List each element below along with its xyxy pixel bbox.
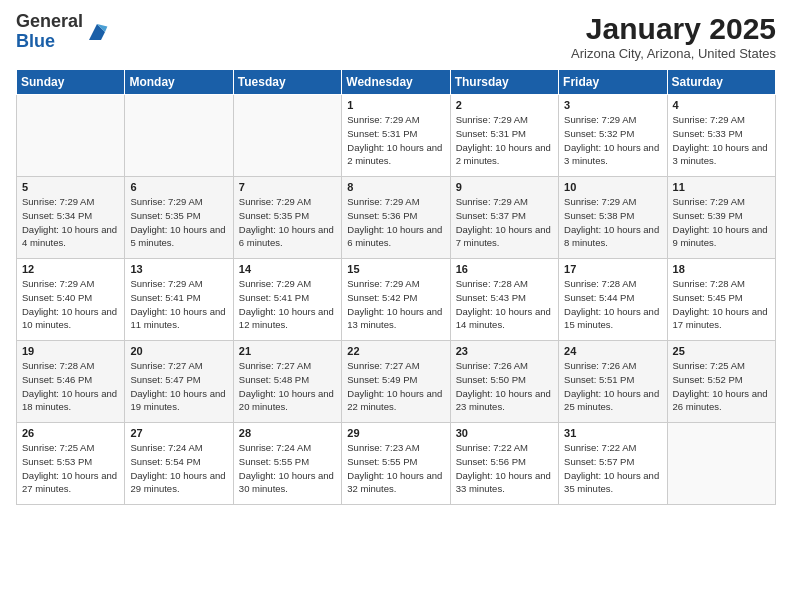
daylight-text: Daylight: 10 hours and 35 minutes.	[564, 470, 659, 495]
daylight-text: Daylight: 10 hours and 11 minutes.	[130, 306, 225, 331]
header-wednesday: Wednesday	[342, 70, 450, 95]
cell-week3-day6: 18 Sunrise: 7:28 AM Sunset: 5:45 PM Dayl…	[667, 259, 775, 341]
header-saturday: Saturday	[667, 70, 775, 95]
day-number: 27	[130, 427, 227, 439]
sunset-text: Sunset: 5:46 PM	[22, 374, 92, 385]
sunrise-text: Sunrise: 7:28 AM	[456, 278, 528, 289]
cell-week3-day3: 15 Sunrise: 7:29 AM Sunset: 5:42 PM Dayl…	[342, 259, 450, 341]
sunrise-text: Sunrise: 7:27 AM	[239, 360, 311, 371]
day-info: Sunrise: 7:29 AM Sunset: 5:38 PM Dayligh…	[564, 195, 661, 250]
sunset-text: Sunset: 5:40 PM	[22, 292, 92, 303]
sunset-text: Sunset: 5:54 PM	[130, 456, 200, 467]
week-row-2: 5 Sunrise: 7:29 AM Sunset: 5:34 PM Dayli…	[17, 177, 776, 259]
cell-week1-day1	[125, 95, 233, 177]
daylight-text: Daylight: 10 hours and 7 minutes.	[456, 224, 551, 249]
sunrise-text: Sunrise: 7:27 AM	[130, 360, 202, 371]
day-info: Sunrise: 7:29 AM Sunset: 5:35 PM Dayligh…	[239, 195, 336, 250]
sunset-text: Sunset: 5:32 PM	[564, 128, 634, 139]
sunrise-text: Sunrise: 7:29 AM	[564, 196, 636, 207]
daylight-text: Daylight: 10 hours and 32 minutes.	[347, 470, 442, 495]
week-row-3: 12 Sunrise: 7:29 AM Sunset: 5:40 PM Dayl…	[17, 259, 776, 341]
day-number: 15	[347, 263, 444, 275]
sunset-text: Sunset: 5:37 PM	[456, 210, 526, 221]
cell-week5-day1: 27 Sunrise: 7:24 AM Sunset: 5:54 PM Dayl…	[125, 423, 233, 505]
sunset-text: Sunset: 5:44 PM	[564, 292, 634, 303]
day-number: 21	[239, 345, 336, 357]
day-number: 23	[456, 345, 553, 357]
sunset-text: Sunset: 5:56 PM	[456, 456, 526, 467]
cell-week4-day2: 21 Sunrise: 7:27 AM Sunset: 5:48 PM Dayl…	[233, 341, 341, 423]
day-number: 1	[347, 99, 444, 111]
sunrise-text: Sunrise: 7:28 AM	[22, 360, 94, 371]
daylight-text: Daylight: 10 hours and 23 minutes.	[456, 388, 551, 413]
day-number: 24	[564, 345, 661, 357]
daylight-text: Daylight: 10 hours and 15 minutes.	[564, 306, 659, 331]
page: General Blue January 2025 Arizona City, …	[0, 0, 792, 612]
sunset-text: Sunset: 5:55 PM	[347, 456, 417, 467]
daylight-text: Daylight: 10 hours and 17 minutes.	[673, 306, 768, 331]
sunrise-text: Sunrise: 7:23 AM	[347, 442, 419, 453]
sunset-text: Sunset: 5:52 PM	[673, 374, 743, 385]
sunset-text: Sunset: 5:53 PM	[22, 456, 92, 467]
sunrise-text: Sunrise: 7:24 AM	[130, 442, 202, 453]
cell-week4-day4: 23 Sunrise: 7:26 AM Sunset: 5:50 PM Dayl…	[450, 341, 558, 423]
day-info: Sunrise: 7:22 AM Sunset: 5:57 PM Dayligh…	[564, 441, 661, 496]
sunset-text: Sunset: 5:36 PM	[347, 210, 417, 221]
day-info: Sunrise: 7:29 AM Sunset: 5:33 PM Dayligh…	[673, 113, 770, 168]
header-friday: Friday	[559, 70, 667, 95]
calendar-table: Sunday Monday Tuesday Wednesday Thursday…	[16, 69, 776, 505]
day-info: Sunrise: 7:28 AM Sunset: 5:43 PM Dayligh…	[456, 277, 553, 332]
daylight-text: Daylight: 10 hours and 3 minutes.	[673, 142, 768, 167]
cell-week2-day6: 11 Sunrise: 7:29 AM Sunset: 5:39 PM Dayl…	[667, 177, 775, 259]
day-info: Sunrise: 7:26 AM Sunset: 5:50 PM Dayligh…	[456, 359, 553, 414]
sunrise-text: Sunrise: 7:29 AM	[673, 114, 745, 125]
sunrise-text: Sunrise: 7:27 AM	[347, 360, 419, 371]
cell-week5-day5: 31 Sunrise: 7:22 AM Sunset: 5:57 PM Dayl…	[559, 423, 667, 505]
day-info: Sunrise: 7:27 AM Sunset: 5:48 PM Dayligh…	[239, 359, 336, 414]
cell-week2-day0: 5 Sunrise: 7:29 AM Sunset: 5:34 PM Dayli…	[17, 177, 125, 259]
day-number: 3	[564, 99, 661, 111]
header: General Blue January 2025 Arizona City, …	[16, 12, 776, 61]
daylight-text: Daylight: 10 hours and 27 minutes.	[22, 470, 117, 495]
sunrise-text: Sunrise: 7:22 AM	[564, 442, 636, 453]
week-row-4: 19 Sunrise: 7:28 AM Sunset: 5:46 PM Dayl…	[17, 341, 776, 423]
daylight-text: Daylight: 10 hours and 12 minutes.	[239, 306, 334, 331]
day-number: 14	[239, 263, 336, 275]
cell-week1-day5: 3 Sunrise: 7:29 AM Sunset: 5:32 PM Dayli…	[559, 95, 667, 177]
cell-week2-day1: 6 Sunrise: 7:29 AM Sunset: 5:35 PM Dayli…	[125, 177, 233, 259]
sunset-text: Sunset: 5:33 PM	[673, 128, 743, 139]
cell-week2-day2: 7 Sunrise: 7:29 AM Sunset: 5:35 PM Dayli…	[233, 177, 341, 259]
sunset-text: Sunset: 5:31 PM	[347, 128, 417, 139]
header-monday: Monday	[125, 70, 233, 95]
cell-week2-day3: 8 Sunrise: 7:29 AM Sunset: 5:36 PM Dayli…	[342, 177, 450, 259]
day-number: 11	[673, 181, 770, 193]
day-info: Sunrise: 7:29 AM Sunset: 5:42 PM Dayligh…	[347, 277, 444, 332]
sunset-text: Sunset: 5:48 PM	[239, 374, 309, 385]
sunset-text: Sunset: 5:35 PM	[130, 210, 200, 221]
day-info: Sunrise: 7:29 AM Sunset: 5:31 PM Dayligh…	[456, 113, 553, 168]
day-info: Sunrise: 7:22 AM Sunset: 5:56 PM Dayligh…	[456, 441, 553, 496]
sunrise-text: Sunrise: 7:29 AM	[347, 196, 419, 207]
day-number: 17	[564, 263, 661, 275]
daylight-text: Daylight: 10 hours and 10 minutes.	[22, 306, 117, 331]
sunset-text: Sunset: 5:47 PM	[130, 374, 200, 385]
day-info: Sunrise: 7:25 AM Sunset: 5:52 PM Dayligh…	[673, 359, 770, 414]
day-number: 9	[456, 181, 553, 193]
cell-week4-day5: 24 Sunrise: 7:26 AM Sunset: 5:51 PM Dayl…	[559, 341, 667, 423]
day-info: Sunrise: 7:29 AM Sunset: 5:32 PM Dayligh…	[564, 113, 661, 168]
cell-week3-day1: 13 Sunrise: 7:29 AM Sunset: 5:41 PM Dayl…	[125, 259, 233, 341]
cell-week5-day3: 29 Sunrise: 7:23 AM Sunset: 5:55 PM Dayl…	[342, 423, 450, 505]
daylight-text: Daylight: 10 hours and 9 minutes.	[673, 224, 768, 249]
daylight-text: Daylight: 10 hours and 13 minutes.	[347, 306, 442, 331]
cell-week5-day2: 28 Sunrise: 7:24 AM Sunset: 5:55 PM Dayl…	[233, 423, 341, 505]
daylight-text: Daylight: 10 hours and 8 minutes.	[564, 224, 659, 249]
daylight-text: Daylight: 10 hours and 26 minutes.	[673, 388, 768, 413]
day-info: Sunrise: 7:27 AM Sunset: 5:49 PM Dayligh…	[347, 359, 444, 414]
logo-general: General	[16, 11, 83, 31]
daylight-text: Daylight: 10 hours and 25 minutes.	[564, 388, 659, 413]
daylight-text: Daylight: 10 hours and 2 minutes.	[347, 142, 442, 167]
day-number: 19	[22, 345, 119, 357]
day-number: 18	[673, 263, 770, 275]
cell-week1-day6: 4 Sunrise: 7:29 AM Sunset: 5:33 PM Dayli…	[667, 95, 775, 177]
header-tuesday: Tuesday	[233, 70, 341, 95]
